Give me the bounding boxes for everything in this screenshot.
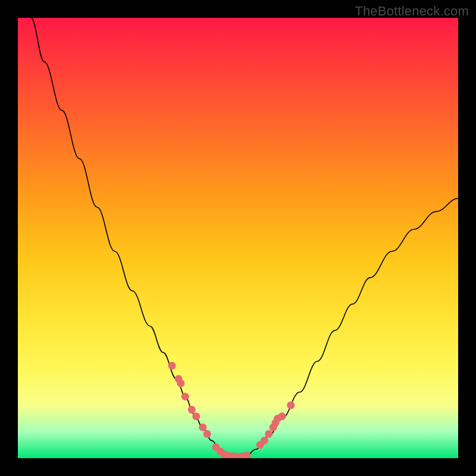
- highlight-point: [261, 437, 268, 444]
- highlight-point: [192, 412, 200, 420]
- watermark-text: TheBottleneck.com: [355, 4, 469, 19]
- highlight-point: [203, 430, 211, 438]
- highlight-point: [177, 380, 184, 387]
- highlight-point: [188, 406, 196, 414]
- highlight-point: [287, 402, 295, 409]
- highlight-point: [243, 452, 250, 458]
- bottleneck-chart: [18, 18, 458, 458]
- highlight-point: [181, 393, 189, 400]
- highlight-point: [199, 424, 206, 431]
- highlight-point: [265, 430, 273, 438]
- highlight-points-group: [168, 362, 295, 458]
- chart-area: [18, 18, 458, 458]
- bottleneck-curve-path: [31, 18, 458, 457]
- highlight-point: [168, 362, 176, 369]
- highlight-point: [278, 412, 286, 420]
